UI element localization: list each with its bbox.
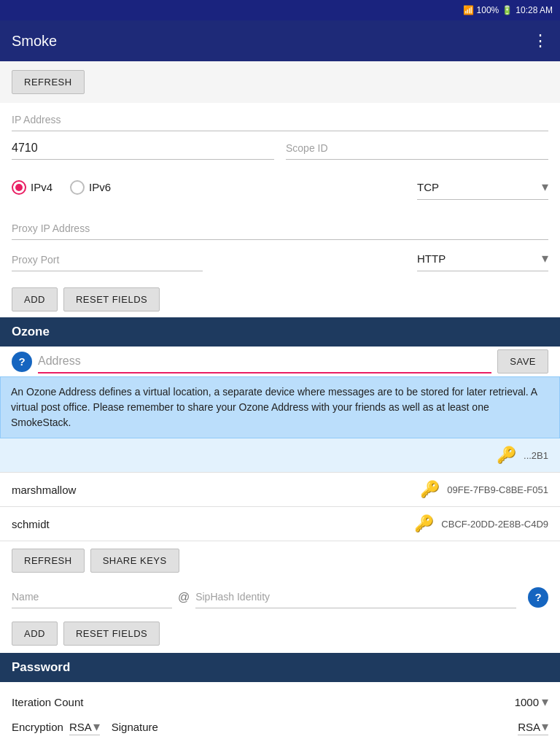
encryption-value: RSA bbox=[69, 721, 92, 733]
signature-label: Signature bbox=[112, 721, 158, 733]
ozone-buttons-row: REFRESH SHARE KEYS bbox=[0, 541, 560, 580]
http-value: HTTP bbox=[417, 252, 542, 265]
status-bar: 📶 100% 🔋 10:28 AM bbox=[0, 0, 560, 20]
proxy-ip-input[interactable] bbox=[12, 217, 548, 240]
protocol-row: IPv4 IPv6 TCP ▾ bbox=[12, 174, 548, 200]
ozone-help-icon[interactable]: ? bbox=[12, 352, 32, 372]
app-title: Smoke bbox=[12, 33, 57, 50]
scope-id-group bbox=[286, 137, 548, 160]
proxy-section: HTTP ▾ ADD RESET FIELDS bbox=[0, 214, 560, 317]
scope-id-input[interactable] bbox=[286, 137, 548, 160]
password-input[interactable] bbox=[12, 744, 548, 747]
ozone-section-header: Ozone bbox=[0, 317, 560, 347]
ozone-address-row: ? SAVE bbox=[0, 347, 560, 376]
http-dropdown[interactable]: HTTP ▾ bbox=[417, 246, 548, 271]
ozone-list: 🔑 ...2B1 marshmallow 🔑 09FE-7FB9-C8BE-F0… bbox=[0, 438, 560, 541]
password-section: Iteration Count 1000 ▾ Encryption RSA ▾ … bbox=[0, 682, 560, 747]
ipv4-radio-outer bbox=[12, 180, 26, 195]
ipv4-label: IPv4 bbox=[31, 181, 52, 193]
ipv4-radio[interactable]: IPv4 bbox=[12, 180, 52, 195]
proxy-port-row: HTTP ▾ bbox=[12, 246, 548, 271]
ozone-row-name-3: schmidt bbox=[12, 518, 407, 530]
ozone-refresh-button[interactable]: REFRESH bbox=[12, 549, 85, 573]
name-input[interactable] bbox=[12, 586, 172, 608]
ip-address-section: IPv4 IPv6 TCP ▾ bbox=[0, 103, 560, 214]
proxy-port-input[interactable] bbox=[12, 249, 203, 271]
ozone-row-icon-3: 🔑 bbox=[414, 514, 434, 533]
ozone-row-hash-3: CBCF-20DD-2E8B-C4D9 bbox=[441, 519, 548, 530]
ozone-list-item[interactable]: 🔑 ...2B1 bbox=[0, 438, 560, 473]
ozone-row-name-2: marshmallow bbox=[12, 484, 413, 496]
ozone-row-hash-1: ...2B1 bbox=[524, 450, 548, 461]
siphash-help-icon[interactable]: ? bbox=[528, 587, 548, 608]
ozone-list-item[interactable]: marshmallow 🔑 09FE-7FB9-C8BE-F051 bbox=[0, 473, 560, 507]
refresh-button[interactable]: REFRESH bbox=[12, 70, 85, 94]
port-scope-row bbox=[12, 137, 548, 160]
iteration-count-value-row: 1000 ▾ bbox=[515, 694, 548, 710]
refresh-area: REFRESH bbox=[0, 61, 560, 103]
identity-row: @ ? bbox=[0, 580, 560, 614]
ozone-row-icon-2: 🔑 bbox=[420, 480, 440, 499]
port-input[interactable] bbox=[12, 137, 274, 160]
ozone-add-reset-row: ADD RESET FIELDS bbox=[0, 614, 560, 653]
iteration-arrow-icon[interactable]: ▾ bbox=[542, 694, 548, 710]
signature-dropdown[interactable]: RSA ▾ bbox=[518, 719, 548, 735]
password-section-header: Password bbox=[0, 653, 560, 682]
ozone-address-input[interactable] bbox=[38, 350, 491, 374]
time-label: 10:28 AM bbox=[516, 5, 553, 15]
ipv6-label: IPv6 bbox=[89, 181, 111, 193]
ip-address-input[interactable] bbox=[12, 109, 548, 131]
encryption-label: Encryption bbox=[12, 721, 63, 733]
battery-label: 100% bbox=[477, 5, 499, 15]
ozone-add-button[interactable]: ADD bbox=[12, 622, 58, 646]
add-reset-row: ADD RESET FIELDS bbox=[12, 280, 548, 314]
encryption-dropdown[interactable]: RSA ▾ bbox=[69, 719, 100, 735]
share-keys-button[interactable]: SHARE KEYS bbox=[90, 549, 179, 573]
ozone-row-hash-2: 09FE-7FB9-C8BE-F051 bbox=[447, 484, 548, 495]
ozone-list-item[interactable]: schmidt 🔑 CBCF-20DD-2E8B-C4D9 bbox=[0, 507, 560, 541]
iteration-count-label: Iteration Count bbox=[12, 696, 515, 708]
ozone-save-button[interactable]: SAVE bbox=[497, 349, 548, 374]
at-symbol: @ bbox=[178, 591, 190, 604]
signature-arrow-icon: ▾ bbox=[542, 719, 548, 735]
password-title: Password bbox=[12, 660, 70, 674]
status-icons: 📶 100% 🔋 10:28 AM bbox=[463, 5, 553, 15]
tcp-value: TCP bbox=[417, 181, 542, 193]
add-button[interactable]: ADD bbox=[12, 287, 58, 311]
http-arrow-icon: ▾ bbox=[542, 250, 548, 266]
encryption-row: Encryption RSA ▾ Signature RSA ▾ bbox=[12, 716, 548, 738]
signature-value: RSA bbox=[518, 721, 540, 733]
wifi-icon: 📶 bbox=[463, 5, 474, 15]
tcp-arrow-icon: ▾ bbox=[542, 179, 548, 195]
ipv4-radio-inner bbox=[15, 184, 23, 191]
encryption-arrow-icon: ▾ bbox=[93, 719, 100, 735]
ozone-tooltip-text: An Ozone Address defines a virtual locat… bbox=[11, 386, 537, 428]
tcp-dropdown[interactable]: TCP ▾ bbox=[417, 174, 548, 200]
siphash-input[interactable] bbox=[195, 586, 516, 608]
iteration-count-row: Iteration Count 1000 ▾ bbox=[12, 688, 548, 716]
battery-icon: 🔋 bbox=[502, 5, 513, 15]
ozone-tooltip: An Ozone Address defines a virtual locat… bbox=[0, 376, 560, 438]
iteration-count-value: 1000 bbox=[515, 696, 539, 708]
app-bar: Smoke ⋮ bbox=[0, 20, 560, 61]
ozone-row-icon-1: 🔑 bbox=[497, 446, 516, 465]
menu-button[interactable]: ⋮ bbox=[532, 31, 548, 50]
ipv6-radio-outer bbox=[70, 180, 85, 195]
reset-fields-button[interactable]: RESET FIELDS bbox=[63, 287, 160, 311]
ozone-reset-button[interactable]: RESET FIELDS bbox=[63, 622, 160, 646]
ozone-title: Ozone bbox=[12, 325, 50, 338]
ipv6-radio[interactable]: IPv6 bbox=[70, 180, 111, 195]
